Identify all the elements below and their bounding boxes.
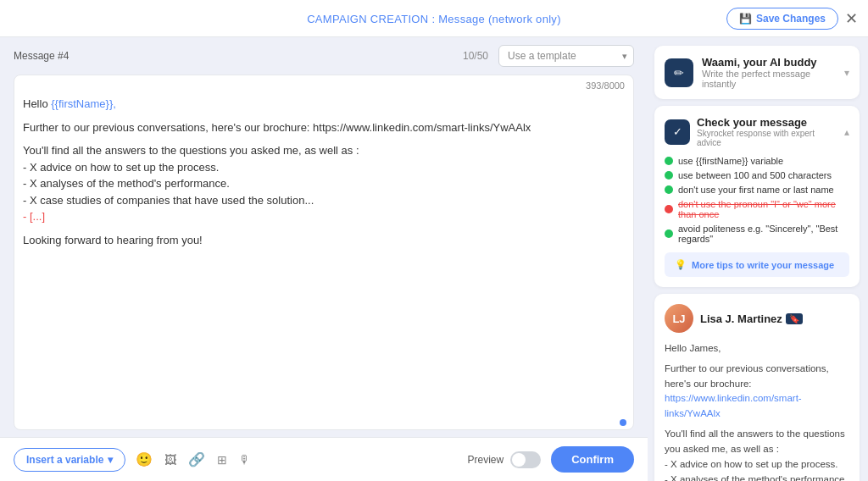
avatar: LJ — [665, 304, 693, 333]
firstname-variable: {{firstName}}, — [51, 97, 116, 110]
check-title: Check your message Skyrocket response wi… — [697, 116, 837, 147]
mic-icon[interactable]: 🎙 — [239, 453, 251, 467]
check-card-header: ✓ Check your message Skyrocket response … — [665, 116, 849, 147]
message-area[interactable]: 393/8000 Hello {{firstName}}, Further to… — [14, 75, 634, 430]
main-layout: Message #4 10/50 Use a template 393/8000… — [0, 37, 868, 481]
check-item: don't use your first name or last name — [665, 185, 849, 195]
check-subtitle: Skyrocket response with expert advice — [697, 129, 837, 147]
header-title: CAMPAIGN CREATION : Message (network onl… — [307, 11, 561, 26]
template-select[interactable]: Use a template — [498, 45, 634, 67]
message-char-count: 10/50 — [463, 50, 488, 62]
textarea-char-count: 393/8000 — [14, 75, 633, 91]
close-button[interactable]: ✕ — [845, 11, 858, 26]
check-message-card: ✓ Check your message Skyrocket response … — [654, 106, 860, 287]
preview-body: Hello James, Further to our previous con… — [665, 341, 849, 481]
scroll-indicator — [14, 416, 633, 429]
insert-variable-button[interactable]: Insert a variable ▾ — [14, 448, 125, 472]
preview-link: https://www.linkedin.com/smart-links/YwA… — [665, 393, 802, 418]
waami-title: Waami, your AI buddy — [702, 56, 836, 69]
message-header-bar: Message #4 10/50 Use a template — [0, 37, 648, 75]
toolbar-icons: 🙂 🖼 🔗 ⊞ 🎙 — [136, 451, 251, 467]
preview-name: Lisa J. Martinez 🔖 — [700, 312, 803, 325]
header-actions: 💾 Save Changes ✕ — [726, 8, 858, 30]
check-chevron-icon[interactable]: ▴ — [844, 126, 849, 138]
check-item: avoid politeness e.g. "Sincerely", "Best… — [665, 224, 849, 244]
grid-icon[interactable]: ⊞ — [217, 453, 227, 467]
check-item: use {{firstName}} variable — [665, 156, 849, 166]
campaign-label: CAMPAIGN CREATION : — [307, 13, 438, 25]
header: CAMPAIGN CREATION : Message (network onl… — [0, 0, 868, 37]
image-icon[interactable]: 🖼 — [164, 453, 176, 467]
preview-tag: 🔖 — [786, 313, 803, 324]
check-items-list: use {{firstName}} variable use between 1… — [665, 156, 849, 244]
check-title-text: Check your message — [697, 116, 837, 129]
pass-dot — [665, 171, 673, 180]
preview-header: LJ Lisa J. Martinez 🔖 — [665, 304, 849, 333]
waami-chevron-icon: ▾ — [844, 67, 849, 79]
pass-dot — [665, 157, 673, 165]
bottom-toolbar: Insert a variable ▾ 🙂 🖼 🔗 ⊞ 🎙 Preview Co… — [0, 437, 648, 481]
message-text[interactable]: Hello {{firstName}}, Further to our prev… — [14, 91, 633, 416]
waami-icon: ✏ — [665, 58, 693, 87]
fail-dot — [665, 205, 673, 213]
chevron-down-icon: ▾ — [108, 454, 113, 466]
waami-text: Waami, your AI buddy Write the perfect m… — [702, 56, 836, 89]
preview-section: Preview — [467, 451, 541, 468]
link-icon[interactable]: 🔗 — [188, 451, 205, 467]
preview-toggle[interactable] — [510, 451, 541, 468]
preview-name-block: Lisa J. Martinez 🔖 — [700, 312, 803, 325]
emoji-icon[interactable]: 🙂 — [136, 451, 153, 467]
left-content: Message #4 10/50 Use a template 393/8000… — [0, 37, 648, 437]
confirm-button[interactable]: Confirm — [551, 446, 634, 473]
check-item-fail: don't use the pronoun "I" or "we" more t… — [665, 199, 849, 219]
pass-dot — [665, 229, 673, 238]
waami-subtitle: Write the perfect message instantly — [702, 69, 836, 89]
campaign-subtitle: Message (network only) — [438, 13, 561, 25]
check-icon: ✓ — [665, 119, 690, 145]
right-panel: ✏ Waami, your AI buddy Write the perfect… — [648, 37, 868, 481]
template-wrapper[interactable]: Use a template — [498, 45, 634, 67]
waami-card[interactable]: ✏ Waami, your AI buddy Write the perfect… — [654, 46, 860, 99]
message-label: Message #4 — [14, 50, 69, 62]
more-tips-button[interactable]: 💡 More tips to write your message — [665, 252, 849, 277]
save-icon: 💾 — [739, 13, 752, 25]
check-item: use between 100 and 500 characters — [665, 170, 849, 180]
tips-icon: 💡 — [675, 259, 687, 270]
left-panel: Message #4 10/50 Use a template 393/8000… — [0, 37, 648, 481]
save-button[interactable]: 💾 Save Changes — [726, 8, 838, 30]
pass-dot — [665, 185, 673, 194]
preview-card: LJ Lisa J. Martinez 🔖 Hello James, Furth… — [654, 294, 860, 481]
